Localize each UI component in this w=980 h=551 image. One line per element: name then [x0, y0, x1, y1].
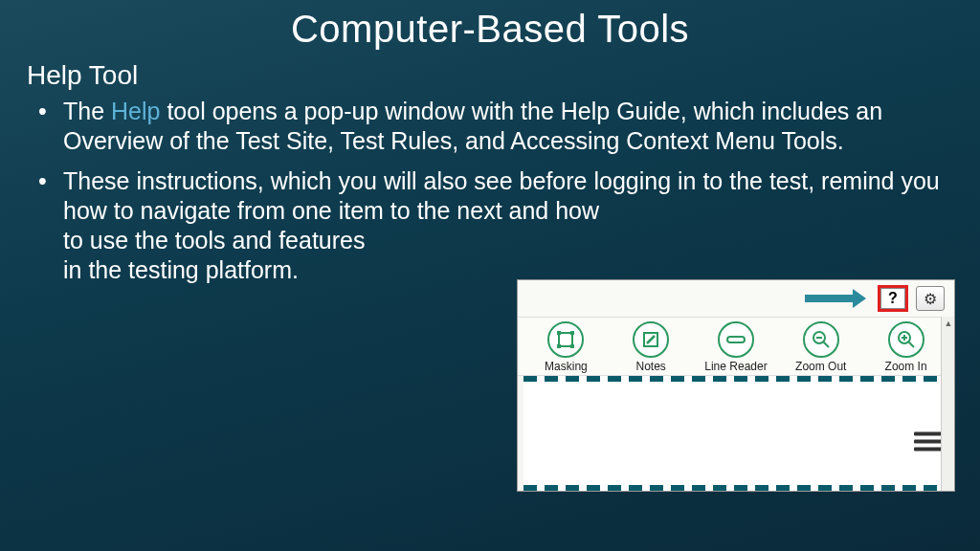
zoom-in-icon [888, 321, 924, 358]
line-reader-icon [718, 321, 754, 358]
bullet-2: These instructions, which you will also … [38, 166, 953, 286]
help-button[interactable]: ? [878, 285, 908, 312]
svg-rect-1 [557, 331, 561, 335]
dashed-border-bottom [523, 485, 948, 491]
tool-line-reader[interactable]: Line Reader [697, 321, 775, 373]
tool-label: Zoom In [885, 360, 927, 373]
bullet-2-line2: to use the tools and features [63, 227, 366, 253]
settings-button[interactable]: ⚙ [916, 286, 945, 311]
tool-label: Line Reader [704, 360, 767, 373]
content-area [523, 376, 948, 491]
tool-zoom-in[interactable]: Zoom In [867, 321, 946, 373]
svg-rect-6 [727, 337, 745, 342]
gear-icon: ⚙ [924, 290, 937, 308]
svg-line-11 [908, 342, 914, 348]
bullet-1-post: tool opens a pop-up window with the Help… [63, 98, 882, 154]
notes-icon [633, 321, 669, 358]
subtitle: Help Tool [27, 60, 953, 91]
tool-zoom-out[interactable]: Zoom Out [782, 321, 860, 373]
slide-body: Help Tool The Help tool opens a pop-up w… [0, 51, 980, 286]
dashed-border-top [523, 376, 948, 382]
tool-notes[interactable]: Notes [612, 321, 690, 373]
tool-label: Zoom Out [795, 360, 846, 373]
tool-label: Notes [636, 360, 666, 373]
scroll-up-icon[interactable]: ▲ [942, 317, 955, 330]
hamburger-icon[interactable] [914, 428, 943, 454]
bullet-1: The Help tool opens a pop-up window with… [38, 97, 953, 157]
toolbar-screenshot: ? ⚙ Masking Notes Line Reader [517, 279, 955, 492]
svg-rect-0 [559, 333, 572, 346]
bullet-2-line3: in the testing platform. [63, 256, 299, 283]
callout-arrow [805, 289, 866, 308]
scrollbar[interactable]: ▲ [941, 317, 954, 491]
masking-icon [547, 321, 584, 358]
tool-label: Masking [545, 360, 588, 373]
svg-rect-4 [570, 344, 574, 348]
zoom-out-icon [803, 321, 839, 358]
tool-masking[interactable]: Masking [526, 321, 605, 373]
bullet-2-line1: These instructions, which you will also … [63, 167, 940, 224]
tool-row: Masking Notes Line Reader Zoom Out Zoom … [518, 317, 954, 376]
bullet-1-pre: The [63, 98, 111, 124]
slide-title: Computer-Based Tools [0, 0, 980, 51]
svg-rect-2 [570, 331, 574, 335]
svg-rect-3 [557, 344, 561, 348]
svg-line-8 [823, 342, 829, 348]
help-link-text: Help [111, 98, 160, 124]
toolbar-top-bar: ? ⚙ [518, 280, 954, 317]
